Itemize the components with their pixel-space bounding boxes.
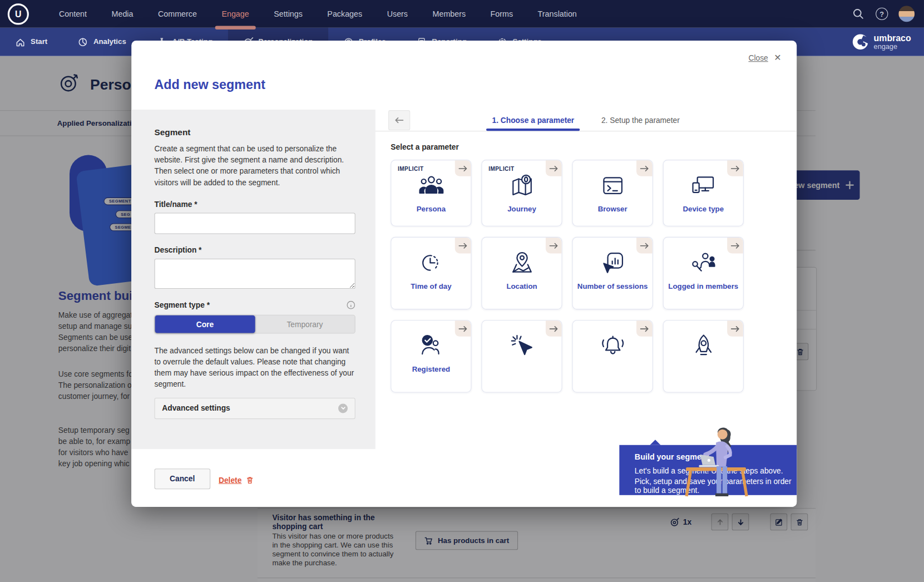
delete-action[interactable]: Delete [219,476,254,485]
close-link[interactable]: Close [748,53,768,62]
screen: U ContentMediaCommerceEngageSettingsPack… [0,0,924,582]
chevron-down-icon [338,403,348,413]
parameter-step-tab-2[interactable]: 2. Setup the parameter [601,110,680,131]
top-nav-item-users[interactable]: Users [374,0,420,28]
top-nav-bar: U ContentMediaCommerceEngageSettingsPack… [0,0,924,28]
brand-umbraco: umbraco [874,33,911,43]
top-nav-item-media[interactable]: Media [99,0,145,28]
cancel-button[interactable]: Cancel [155,468,210,489]
delete-link[interactable]: Delete [219,476,241,485]
open-parameter-arrow-button[interactable] [636,238,653,254]
advanced-settings-label: Advanced settings [162,404,230,413]
modal-title: Add new segment [155,77,265,93]
advanced-settings-note: The advanced settings below can be chang… [155,346,355,390]
open-parameter-arrow-button[interactable] [455,238,471,254]
top-nav-item-forms[interactable]: Forms [478,0,525,28]
umbraco-engage-brand: umbraco engage [852,28,924,56]
add-new-segment-modal: Close ✕ Add new segment Segment Create a… [131,41,797,507]
parameter-card-label: Logged in members [664,282,743,292]
woman-at-desk-illustration [683,421,752,499]
sub-nav-item-analytics[interactable]: Analytics [63,28,142,56]
open-parameter-arrow-button[interactable] [546,320,562,337]
open-parameter-arrow-button[interactable] [727,320,743,337]
parameter-card-label: Time of day [391,282,471,292]
banner-pointer [650,440,660,445]
parameter-step-tab-1[interactable]: 1. Choose a parameter [492,110,575,131]
parameter-card-label: Device type [664,205,743,215]
top-nav-item-translation[interactable]: Translation [525,0,589,28]
top-nav-item-members[interactable]: Members [420,0,478,28]
parameter-card-registered[interactable]: Registered [391,320,471,392]
title-name-label: Title/name * [155,200,197,209]
user-avatar[interactable] [898,6,915,22]
implicit-tag: IMPLICIT [488,166,514,172]
parameter-card-grid: IMPLICITPersonaIMPLICITJourneyBrowserDev… [391,160,744,392]
build-segment-banner: Build your segment Let's build a segment… [619,445,797,495]
advanced-settings-accordion[interactable]: Advanced settings [155,398,355,419]
title-name-input[interactable] [155,213,355,234]
description-input[interactable] [155,259,355,289]
top-nav-item-content[interactable]: Content [47,0,100,28]
top-nav-item-settings[interactable]: Settings [261,0,315,28]
parameter-card-label: Registered [391,366,471,375]
parameter-card-device-type[interactable]: Device type [663,160,744,226]
trash-icon [246,476,254,485]
open-parameter-arrow-button[interactable] [636,160,653,176]
brand-engage: engage [874,43,911,50]
parameter-card-time-of-day[interactable]: Time of day [391,237,471,309]
parameter-card-bell[interactable] [572,320,653,392]
parameter-card-label: Persona [391,205,471,215]
info-icon[interactable] [347,301,355,310]
sub-nav-item-label: Start [31,38,47,46]
open-parameter-arrow-button[interactable] [636,320,653,337]
close-icon[interactable]: ✕ [774,52,781,63]
open-parameter-arrow-button[interactable] [455,320,471,337]
parameter-card-label: Journey [482,205,562,215]
umbraco-logo-icon[interactable]: U [8,3,29,24]
segment-type-toggle: Core Temporary [155,315,355,334]
segment-type-option-core[interactable]: Core [155,315,255,333]
top-nav-item-commerce[interactable]: Commerce [146,0,209,28]
top-nav-item-packages[interactable]: Packages [315,0,374,28]
parameter-card-browser[interactable]: Browser [572,160,653,226]
sub-nav-item-start[interactable]: Start [0,28,63,56]
segment-form-intro: Create a segment that can be used to per… [155,144,355,188]
open-parameter-arrow-button[interactable] [455,160,471,176]
open-parameter-arrow-button[interactable] [727,160,743,176]
parameter-card-persona[interactable]: IMPLICITPersona [391,160,471,226]
parameter-step-tabs: 1. Choose a parameter2. Setup the parame… [492,110,680,131]
segment-form-panel: Segment Create a segment that can be use… [131,110,375,449]
parameter-card-journey[interactable]: IMPLICITJourney [481,160,562,226]
parameter-card-label: Number of sessions [573,282,653,292]
parameter-card-rocket[interactable] [663,320,744,392]
segment-form-heading: Segment [155,127,355,137]
analytics-icon [78,37,88,47]
select-parameter-label: Select a parameter [391,142,458,151]
back-button[interactable] [388,110,410,130]
top-nav-items: ContentMediaCommerceEngageSettingsPackag… [47,0,589,28]
open-parameter-arrow-button[interactable] [546,160,562,176]
segment-type-label: Segment type * [155,301,210,310]
top-nav-item-engage[interactable]: Engage [209,0,261,28]
description-label: Description * [155,246,202,255]
parameter-card-number-of-sessions[interactable]: Number of sessions [572,237,653,309]
parameter-card-label: Location [482,282,562,292]
top-nav-right: ? [851,6,915,22]
engage-logo-icon [852,33,868,50]
home-icon [16,37,26,47]
implicit-tag: IMPLICIT [398,166,423,172]
sub-nav-item-label: Analytics [93,38,126,46]
help-icon[interactable]: ? [876,8,888,20]
parameter-card-label: Browser [573,205,653,215]
parameter-card-logged-in-members[interactable]: Logged in members [663,237,744,309]
parameter-card-cursor-click[interactable] [481,320,562,392]
segment-type-option-temporary[interactable]: Temporary [255,315,355,333]
open-parameter-arrow-button[interactable] [546,238,562,254]
open-parameter-arrow-button[interactable] [727,238,743,254]
search-icon[interactable] [851,7,865,21]
parameter-card-location[interactable]: Location [481,237,562,309]
parameter-panel: 1. Choose a parameter2. Setup the parame… [375,110,797,449]
